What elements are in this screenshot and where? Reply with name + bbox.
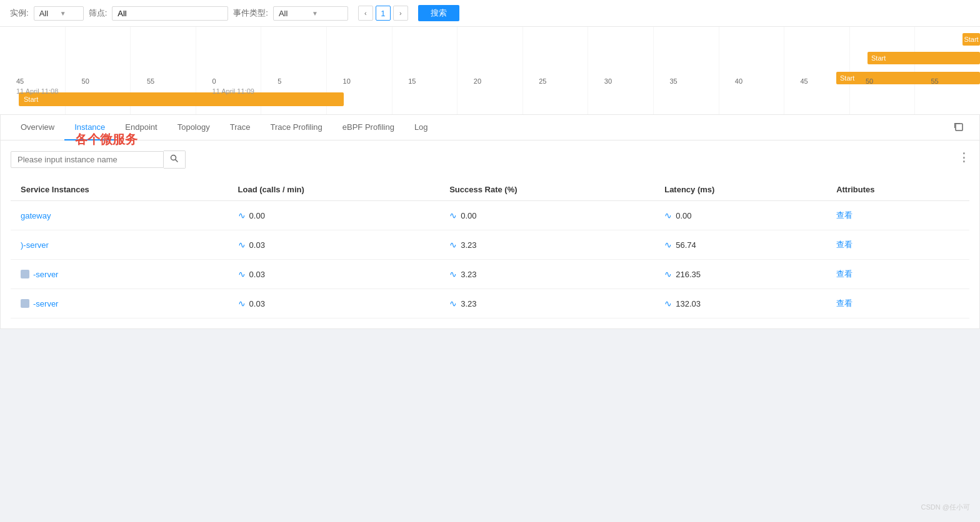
load-value: 0.03 (249, 270, 265, 279)
latency-value: 0.00 (676, 211, 691, 220)
col-success-rate: Success Rate (%) (439, 179, 654, 201)
load-cell: ∿0.00 (228, 201, 440, 230)
instance-content: ⋮ Service Instances Load (calls / min) S… (1, 140, 979, 328)
trend-icon: ∿ (238, 240, 246, 250)
tabs: Overview Instance Endpoint Topology Trac… (1, 115, 979, 140)
svg-line-2 (176, 160, 178, 162)
tab-endpoint[interactable]: Endpoint (115, 115, 167, 140)
load-cell: ∿0.03 (228, 289, 440, 318)
load-value: 0.03 (249, 240, 265, 250)
view-attributes-link[interactable]: 查看 (836, 240, 852, 249)
attributes-cell: 查看 (826, 289, 969, 318)
copy-icon[interactable] (948, 116, 969, 139)
col-attributes: Attributes (826, 179, 969, 201)
instance-name-link[interactable]: -server (21, 270, 218, 279)
service-instance-cell: -server (11, 289, 228, 318)
start-label-2: Start (871, 54, 886, 62)
trend-icon: ∿ (449, 240, 457, 250)
tab-log[interactable]: Log (404, 115, 438, 140)
search-bar (11, 150, 186, 169)
trend-icon: ∿ (664, 240, 672, 250)
timeline-bars: Start Start Start Start 45 50 55 0 5 10 … (0, 27, 980, 114)
latency-cell: ∿0.00 (654, 201, 826, 230)
trend-icon: ∿ (238, 210, 246, 220)
instance-icon (21, 299, 29, 308)
success-rate-value: 3.23 (461, 270, 476, 279)
success-rate-cell: ∿3.23 (439, 260, 654, 289)
next-page-btn[interactable]: › (393, 6, 408, 21)
latency-value: 132.03 (676, 299, 701, 308)
success-rate-cell: ∿0.00 (439, 201, 654, 230)
table-row: )-server∿0.03∿3.23∿56.74查看 (11, 230, 969, 260)
instance-search-button[interactable] (164, 150, 186, 169)
instance-name-link[interactable]: -server (21, 299, 218, 308)
table-row: -server∿0.03∿3.23∿216.35查看 (11, 260, 969, 289)
load-value: 0.00 (249, 211, 265, 220)
timeline-area: Start Start Start Start 45 50 55 0 5 10 … (0, 27, 980, 114)
instances-table: Service Instances Load (calls / min) Suc… (11, 179, 969, 318)
tab-trace-profiling[interactable]: Trace Profiling (260, 115, 332, 140)
success-rate-value: 3.23 (461, 240, 476, 250)
trend-icon: ∿ (449, 298, 457, 308)
timeline-bar-right-2: Start (868, 52, 980, 64)
latency-cell: ∿216.35 (654, 260, 826, 289)
tab-trace[interactable]: Trace (220, 115, 261, 140)
instance-icon (21, 270, 29, 278)
tab-topology[interactable]: Topology (168, 115, 220, 140)
col-load: Load (calls / min) (228, 179, 440, 201)
trend-icon: ∿ (449, 269, 457, 279)
timeline-bar-right-3: Start (836, 72, 980, 84)
instance-name-link[interactable]: gateway (21, 211, 218, 220)
trend-icon: ∿ (664, 210, 672, 220)
service-instance-cell: )-server (11, 230, 228, 260)
attributes-cell: 查看 (826, 201, 969, 230)
trend-icon: ∿ (449, 210, 457, 220)
load-value: 0.03 (249, 299, 265, 308)
table-header-row: Service Instances Load (calls / min) Suc… (11, 179, 969, 201)
svg-rect-0 (956, 124, 962, 130)
event-type-select[interactable]: All ▼ (273, 6, 348, 21)
endpoint-input[interactable] (112, 6, 228, 21)
load-cell: ∿0.03 (228, 260, 440, 289)
event-type-select-value: All (279, 9, 309, 18)
attributes-cell: 查看 (826, 230, 969, 260)
instance-search-input[interactable] (11, 151, 164, 168)
more-options-icon[interactable]: ⋮ (958, 150, 969, 164)
attributes-cell: 查看 (826, 260, 969, 289)
latency-value: 216.35 (676, 270, 701, 279)
load-cell: ∿0.03 (228, 230, 440, 260)
tab-overview[interactable]: Overview (11, 115, 64, 140)
trend-icon: ∿ (238, 298, 246, 308)
tab-ebpf-profiling[interactable]: eBPF Profiling (332, 115, 404, 140)
view-attributes-link[interactable]: 查看 (836, 210, 852, 220)
trend-icon: ∿ (664, 298, 672, 308)
instance-label: 实例: (10, 7, 29, 19)
table-row: gateway∿0.00∿0.00∿0.00查看 (11, 201, 969, 230)
service-instance-cell: gateway (11, 201, 228, 230)
latency-value: 56.74 (676, 240, 696, 250)
success-rate-value: 0.00 (461, 211, 476, 220)
col-service-instances: Service Instances (11, 179, 228, 201)
search-button[interactable]: 搜索 (418, 5, 459, 21)
latency-cell: ∿56.74 (654, 230, 826, 260)
start-label-3: Start (840, 74, 854, 82)
timeline-bar-top-right: Start (962, 33, 980, 46)
start-label-1: Start (964, 36, 978, 43)
view-attributes-link[interactable]: 查看 (836, 298, 852, 308)
tab-instance[interactable]: Instance (64, 115, 115, 140)
filter-bar: 实例: All ▼ 筛点: 事件类型: All ▼ ‹ 1 › 搜索 (0, 0, 980, 27)
instance-select[interactable]: All ▼ (34, 6, 84, 21)
trend-icon: ∿ (664, 269, 672, 279)
prev-page-btn[interactable]: ‹ (358, 6, 373, 21)
current-page: 1 (376, 6, 391, 21)
service-instance-cell: -server (11, 260, 228, 289)
pagination: ‹ 1 › (358, 6, 408, 21)
view-attributes-link[interactable]: 查看 (836, 269, 852, 278)
instance-name-link[interactable]: )-server (21, 240, 218, 250)
success-rate-cell: ∿3.23 (439, 289, 654, 318)
col-latency: Latency (ms) (654, 179, 826, 201)
event-type-label: 事件类型: (233, 7, 268, 19)
latency-cell: ∿132.03 (654, 289, 826, 318)
instance-select-arrow: ▼ (60, 10, 78, 17)
endpoint-label: 筛点: (89, 7, 108, 19)
